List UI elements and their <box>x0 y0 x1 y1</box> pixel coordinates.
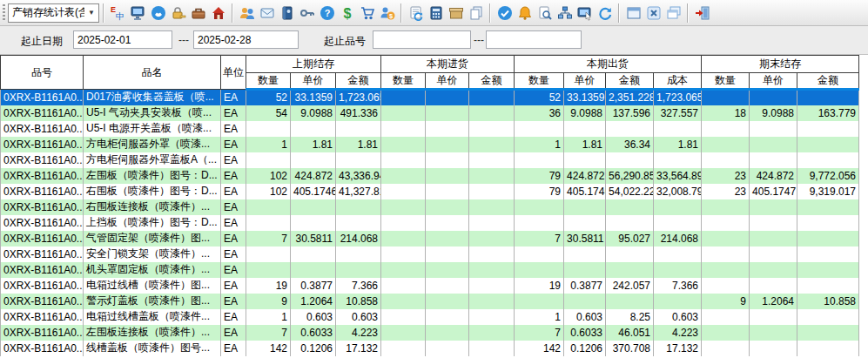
cell-value[interactable]: 1.2064 <box>291 294 336 309</box>
cell-value[interactable]: 424.872 <box>750 168 797 184</box>
cell-value[interactable] <box>702 90 750 105</box>
cell-value[interactable]: 102 <box>246 184 291 199</box>
cell-value[interactable] <box>654 121 702 137</box>
item-from-input[interactable] <box>373 30 471 49</box>
cell-value[interactable] <box>469 341 515 356</box>
cell-value[interactable]: 0.603 <box>336 309 381 325</box>
group-header-shipments[interactable]: 本期出货 <box>515 56 702 73</box>
cell-unit[interactable]: EA <box>221 184 246 199</box>
cell-value[interactable] <box>469 215 515 231</box>
date-from-input[interactable] <box>73 30 172 49</box>
cell-value[interactable] <box>702 121 750 137</box>
cell-value[interactable] <box>750 247 797 262</box>
cell-value[interactable]: 102 <box>246 168 291 184</box>
cell-unit[interactable]: EA <box>221 168 246 184</box>
cell-value[interactable]: 95.027 <box>606 231 654 247</box>
col-header-price[interactable]: 单价 <box>564 73 606 90</box>
cell-value[interactable] <box>515 215 564 231</box>
cell-value[interactable] <box>246 247 291 262</box>
cell-value[interactable]: 30.5811 <box>291 231 336 247</box>
cell-value[interactable] <box>469 309 515 325</box>
cell-value[interactable] <box>336 262 381 278</box>
cell-value[interactable]: 56,290.855 <box>606 168 654 184</box>
cell-value[interactable]: 17.132 <box>336 341 381 356</box>
cell-value[interactable]: 41,327.814 <box>336 184 381 199</box>
cell-item-name[interactable]: 左围板连接板（喷漆件）... <box>84 325 221 341</box>
cell-item-no[interactable]: 0XRX-B1161A0... <box>1 199 84 215</box>
cell-value[interactable] <box>426 105 469 121</box>
cell-value[interactable]: 1.2064 <box>750 294 797 309</box>
cell-value[interactable] <box>702 231 750 247</box>
cell-value[interactable]: 36 <box>515 105 564 121</box>
cell-item-no[interactable]: 0XRX-B1161A0... <box>1 152 84 168</box>
cell-unit[interactable]: EA <box>221 294 246 309</box>
table-row[interactable]: 0XRX-B1161A0...机头罩固定板（喷漆件）...EA <box>1 262 859 278</box>
cell-value[interactable] <box>336 121 381 137</box>
cell-value[interactable] <box>469 325 515 341</box>
cell-value[interactable]: 33,564.89 <box>654 168 702 184</box>
cell-value[interactable]: 4.223 <box>336 325 381 341</box>
cell-value[interactable]: 405.1746 <box>291 184 336 199</box>
table-row[interactable]: 0XRX-B1161A0...D017油雾收集器盖板（喷...EA5233.13… <box>1 90 859 105</box>
group-header-end-balance[interactable]: 期末结存 <box>702 56 859 73</box>
cell-value[interactable] <box>246 152 291 168</box>
col-header-amount[interactable]: 金额 <box>469 73 515 90</box>
cell-value[interactable] <box>750 90 797 105</box>
cell-value[interactable]: 54,022.228 <box>606 184 654 199</box>
table-row[interactable]: 0XRX-B1161A0...U5-I 电源开关盖板（喷漆...EA <box>1 121 859 137</box>
cascade-windows-icon[interactable] <box>663 3 683 23</box>
cell-value[interactable]: 142 <box>515 341 564 356</box>
customer-dollar-icon[interactable]: $ <box>377 3 397 23</box>
cell-value[interactable] <box>606 215 654 231</box>
cell-value[interactable] <box>702 341 750 356</box>
cell-value[interactable] <box>750 278 797 294</box>
cell-item-name[interactable]: 右围板连接板（喷漆件）... <box>84 199 221 215</box>
cell-value[interactable] <box>426 325 469 341</box>
cell-value[interactable] <box>750 152 797 168</box>
cell-value[interactable] <box>381 121 426 137</box>
cell-value[interactable] <box>797 90 859 105</box>
cell-value[interactable] <box>291 247 336 262</box>
cell-value[interactable]: 163.779 <box>797 105 859 121</box>
cell-value[interactable] <box>336 215 381 231</box>
cell-value[interactable] <box>426 152 469 168</box>
cell-value[interactable]: 7 <box>246 231 291 247</box>
cell-value[interactable] <box>426 341 469 356</box>
cell-value[interactable]: 32,008.797 <box>654 184 702 199</box>
cell-value[interactable]: 9 <box>702 294 750 309</box>
cell-value[interactable] <box>469 105 515 121</box>
col-header-price[interactable]: 单价 <box>750 73 797 90</box>
cell-value[interactable] <box>750 341 797 356</box>
cell-value[interactable] <box>469 231 515 247</box>
cell-value[interactable] <box>469 137 515 152</box>
cell-value[interactable] <box>426 294 469 309</box>
cell-value[interactable] <box>654 199 702 215</box>
cell-value[interactable] <box>426 309 469 325</box>
cell-value[interactable] <box>469 168 515 184</box>
phone-icon[interactable] <box>148 3 168 23</box>
cell-value[interactable]: 2,351.228 <box>606 90 654 105</box>
cell-value[interactable]: 23 <box>702 168 750 184</box>
cell-value[interactable]: 9 <box>246 294 291 309</box>
cell-value[interactable] <box>381 215 426 231</box>
cell-item-name[interactable]: 安全门锁支架（喷漆件）... <box>84 247 221 262</box>
table-row[interactable]: 0XRX-B1161A0...线槽盖板（喷漆件）图号...EA1420.1206… <box>1 341 859 356</box>
cell-item-name[interactable]: D017油雾收集器盖板（喷... <box>84 90 221 105</box>
table-row[interactable]: 0XRX-B1161A0...电箱过线槽（喷漆件）图...EA190.38777… <box>1 278 859 294</box>
exit-icon[interactable] <box>692 3 712 23</box>
cell-item-name[interactable]: 电箱过线槽（喷漆件）图... <box>84 278 221 294</box>
cell-value[interactable] <box>515 199 564 215</box>
cell-value[interactable]: 9.0988 <box>564 105 606 121</box>
col-header-amount[interactable]: 金额 <box>606 73 654 90</box>
cell-value[interactable]: 18 <box>702 105 750 121</box>
cell-value[interactable]: 1 <box>515 309 564 325</box>
cell-value[interactable]: 9.0988 <box>750 105 797 121</box>
table-row[interactable]: 0XRX-B1161A0...方电柜伺服器外罩（喷漆...EA11.811.81… <box>1 137 859 152</box>
cell-value[interactable]: 7.366 <box>336 278 381 294</box>
cell-value[interactable] <box>606 152 654 168</box>
cell-value[interactable] <box>426 215 469 231</box>
cell-item-no[interactable]: 0XRX-B1161A0... <box>1 325 84 341</box>
cell-value[interactable] <box>469 278 515 294</box>
cell-value[interactable] <box>291 215 336 231</box>
cell-value[interactable]: 19 <box>246 278 291 294</box>
